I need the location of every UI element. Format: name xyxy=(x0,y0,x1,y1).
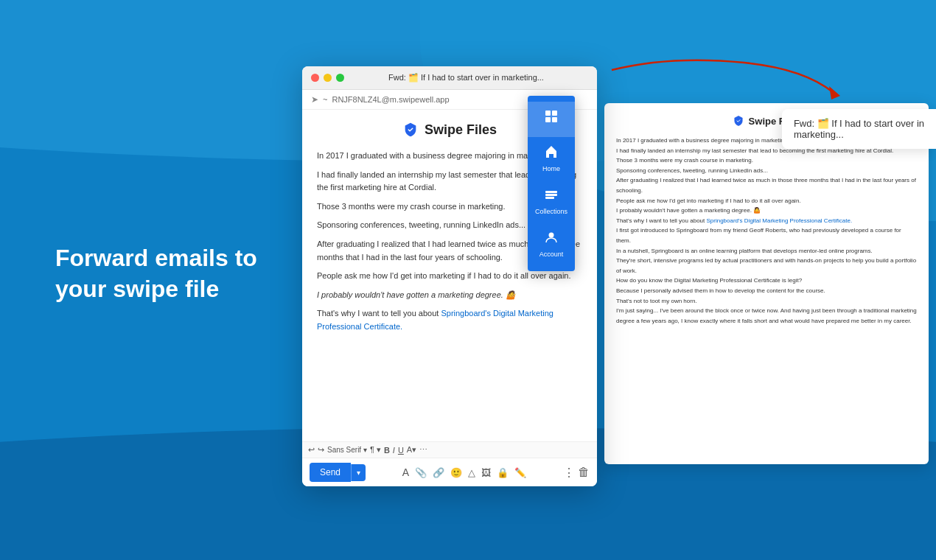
send-button[interactable]: Send xyxy=(310,463,351,482)
redo-icon[interactable]: ↪ xyxy=(318,445,324,455)
home-icon xyxy=(544,144,559,163)
tilde-icon: ~ xyxy=(323,95,327,104)
sidebar-item-grid[interactable] xyxy=(528,102,575,137)
send-dropdown-button[interactable]: ▾ xyxy=(351,464,366,481)
svg-rect-1 xyxy=(545,111,551,116)
sidebar-account-label: Account xyxy=(539,251,564,258)
account-icon xyxy=(544,230,559,248)
sidebar-item-collections[interactable]: Collections xyxy=(528,180,575,223)
sidebar-item-home[interactable]: Home xyxy=(528,137,575,180)
svg-rect-5 xyxy=(545,191,557,193)
svg-marker-0 xyxy=(829,86,840,99)
swipe-files-logo-icon xyxy=(402,122,419,138)
more-options-icon[interactable]: ⋮ xyxy=(563,466,575,480)
bg-swipe-icon xyxy=(733,115,744,127)
minimize-button[interactable] xyxy=(324,74,332,82)
swipe-files-sidebar: Home Collections Account xyxy=(528,96,575,271)
svg-point-8 xyxy=(549,233,554,238)
svg-rect-3 xyxy=(545,117,551,122)
photo-icon[interactable]: 🖼 xyxy=(481,467,491,478)
arrow-container xyxy=(597,48,848,110)
italic-button[interactable]: I xyxy=(393,446,395,455)
send-button-group: Send ▾ xyxy=(310,463,366,482)
email-titlebar: Fwd: 🗂️ If I had to start over in market… xyxy=(302,66,597,90)
arrow-icon xyxy=(597,48,848,107)
attach-icon[interactable]: 📎 xyxy=(415,467,427,478)
close-button[interactable] xyxy=(311,74,319,82)
left-text-block: Forward emails to your swipe file xyxy=(55,243,276,304)
window-controls xyxy=(311,74,344,82)
lock-icon[interactable]: 🔒 xyxy=(497,467,509,478)
svg-rect-6 xyxy=(545,194,557,196)
window-title: Fwd: 🗂️ If I had to start over in market… xyxy=(344,73,588,83)
main-heading: Forward emails to your swipe file xyxy=(55,243,276,304)
to-address: RNJF8NLZ4L@m.swipewell.app xyxy=(332,95,449,104)
link-icon[interactable]: 🔗 xyxy=(433,467,444,478)
undo-icon[interactable]: ↩ xyxy=(308,445,315,455)
emoji-icon[interactable]: 🙂 xyxy=(450,467,462,478)
text-size-icon[interactable]: ¶ ▾ xyxy=(370,445,381,455)
springboard-link[interactable]: Springboard's Digital Marketing Professi… xyxy=(317,309,553,331)
font-selector[interactable]: Sans Serif ▾ xyxy=(327,446,367,454)
sidebar-item-account[interactable]: Account xyxy=(528,223,575,265)
footer-toolbar-icons: A 📎 🔗 🙂 △ 🖼 🔒 ✏️ xyxy=(402,466,526,478)
footer-more-options: ⋮ 🗑 xyxy=(563,466,590,480)
text-color-icon[interactable]: A▾ xyxy=(407,445,416,455)
bg-email-content: In 2017 I graduated with a business degr… xyxy=(616,136,917,326)
drive-icon[interactable]: △ xyxy=(468,467,475,478)
trash-icon[interactable]: 🗑 xyxy=(578,466,590,480)
more-icon[interactable]: ⋯ xyxy=(419,445,427,455)
grid-icon xyxy=(544,109,559,127)
email-logo-text: Swipe Files xyxy=(425,122,497,138)
fwd-preview-text: Fwd: 🗂️ If I had to start over inmarketi… xyxy=(794,118,924,140)
maximize-button[interactable] xyxy=(336,74,344,82)
svg-rect-4 xyxy=(552,117,557,122)
sidebar-home-label: Home xyxy=(542,165,560,172)
bold-button[interactable]: B xyxy=(384,446,390,455)
sidebar-collections-label: Collections xyxy=(535,208,567,215)
pen-icon[interactable]: ✏️ xyxy=(514,467,526,478)
forward-arrow-icon: ➤ xyxy=(311,94,318,105)
svg-rect-2 xyxy=(552,111,557,116)
underline-button[interactable]: U xyxy=(398,446,404,455)
text-format-icon[interactable]: A xyxy=(402,466,409,478)
bg-email-card: Swipe Files In 2017 I graduated with a b… xyxy=(604,103,929,464)
svg-rect-7 xyxy=(545,197,554,199)
email-footer: Send ▾ A 📎 🔗 🙂 △ 🖼 🔒 ✏️ ⋮ 🗑 xyxy=(302,458,597,486)
collections-icon xyxy=(544,187,559,206)
formatting-toolbar[interactable]: ↩ ↪ Sans Serif ▾ ¶ ▾ B I U A▾ ⋯ xyxy=(302,441,597,458)
fwd-preview: Fwd: 🗂️ If I had to start over inmarketi… xyxy=(782,109,936,149)
